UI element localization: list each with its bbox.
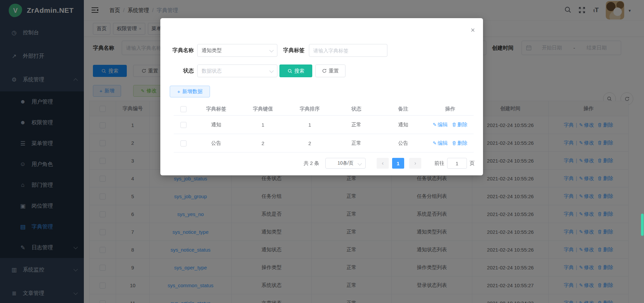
pagination-goto-input[interactable] bbox=[447, 158, 467, 169]
modal-status-placeholder: 数据状态 bbox=[202, 68, 222, 74]
modal-row-actions: ✎编辑删除 bbox=[427, 134, 474, 153]
modal-row-checkbox-cell bbox=[174, 116, 193, 134]
page-size-value: 10条/页 bbox=[337, 160, 353, 166]
trash-icon bbox=[452, 141, 457, 145]
modal-select-all-checkbox[interactable] bbox=[180, 106, 186, 112]
modal-edit-link[interactable]: ✎编辑 bbox=[433, 140, 448, 146]
modal-cell-label: 公告 bbox=[193, 134, 239, 153]
modal-dict-label-input[interactable] bbox=[309, 44, 387, 57]
modal-dict-name-label: 字典名称 bbox=[165, 44, 194, 57]
modal-status-select[interactable]: 数据状态 bbox=[197, 64, 277, 77]
pagination-next-button[interactable]: › bbox=[409, 158, 421, 169]
chevron-down-icon bbox=[269, 48, 274, 52]
modal-column-header: 备注 bbox=[380, 102, 427, 116]
search-icon bbox=[287, 69, 292, 74]
modal-cell-label: 通知 bbox=[193, 116, 239, 134]
pencil-icon: ✎ bbox=[433, 122, 437, 127]
modal-add-data-button[interactable]: + 新增数据 bbox=[170, 86, 210, 97]
modal-cell-status: 正常 bbox=[333, 116, 380, 134]
pencil-icon: ✎ bbox=[433, 140, 437, 146]
modal-dict-label-label: 字典标签 bbox=[278, 44, 305, 57]
refresh-icon bbox=[322, 69, 327, 73]
modal-row-checkbox[interactable] bbox=[180, 122, 186, 128]
scrollbar-thumb[interactable] bbox=[641, 214, 644, 236]
modal-cell-value: 2 bbox=[239, 134, 286, 153]
modal-cell-remark: 公告 bbox=[380, 134, 427, 153]
modal-cell-sort: 1 bbox=[286, 116, 333, 134]
modal-column-header: 字典键值 bbox=[239, 102, 286, 116]
modal-column-header: 字典标签 bbox=[193, 102, 239, 116]
modal-table-row: 通知11正常通知✎编辑删除 bbox=[174, 116, 474, 134]
trash-icon bbox=[452, 122, 457, 127]
modal-add-data-label: 新增数据 bbox=[182, 88, 202, 95]
pagination-total: 共 2 条 bbox=[304, 158, 319, 169]
modal-row-checkbox[interactable] bbox=[180, 140, 186, 146]
modal-dict-data-table: 字典标签字典键值字典排序状态备注操作通知11正常通知✎编辑删除公告22正常公告✎… bbox=[174, 102, 474, 153]
modal-edit-link[interactable]: ✎编辑 bbox=[433, 122, 448, 127]
modal-cell-status: 正常 bbox=[333, 134, 380, 153]
modal-cell-sort: 2 bbox=[286, 134, 333, 153]
modal-status-label: 状态 bbox=[165, 64, 194, 77]
modal-column-header: 字典排序 bbox=[286, 102, 333, 116]
modal-reset-button[interactable]: 重置 bbox=[315, 64, 345, 77]
close-icon[interactable]: × bbox=[471, 27, 475, 34]
chevron-down-icon bbox=[358, 161, 362, 166]
chevron-down-icon bbox=[269, 69, 274, 73]
plus-icon: + bbox=[177, 89, 180, 94]
modal-delete-link[interactable]: 删除 bbox=[452, 122, 468, 127]
modal-cell-value: 1 bbox=[239, 116, 286, 134]
dict-data-modal: × 字典名称 通知类型 字典标签 状态 数据状态 搜索 重置 + 新增数据 字典… bbox=[160, 18, 483, 175]
modal-search-button-label: 搜索 bbox=[294, 68, 305, 74]
modal-row-checkbox-cell bbox=[174, 134, 193, 153]
modal-delete-link[interactable]: 删除 bbox=[452, 140, 468, 146]
page-size-select[interactable]: 10条/页 bbox=[325, 158, 366, 169]
modal-cell-remark: 通知 bbox=[380, 116, 427, 134]
modal-dict-name-select[interactable]: 通知类型 bbox=[197, 44, 277, 57]
modal-column-header bbox=[174, 102, 193, 116]
pagination-prev-button[interactable]: ‹ bbox=[377, 158, 389, 169]
modal-column-header: 操作 bbox=[427, 102, 474, 116]
modal-row-actions: ✎编辑删除 bbox=[427, 116, 474, 134]
modal-search-button[interactable]: 搜索 bbox=[279, 64, 312, 77]
modal-table-row: 公告22正常公告✎编辑删除 bbox=[174, 134, 474, 153]
pagination-unit-label: 页 bbox=[470, 158, 475, 169]
modal-table-header-row: 字典标签字典键值字典排序状态备注操作 bbox=[174, 102, 474, 116]
pagination-goto-label: 前往 bbox=[434, 158, 444, 169]
modal-reset-button-label: 重置 bbox=[329, 68, 339, 74]
modal-dict-name-value: 通知类型 bbox=[202, 47, 222, 54]
modal-column-header: 状态 bbox=[333, 102, 380, 116]
pagination-page-1[interactable]: 1 bbox=[392, 158, 404, 169]
